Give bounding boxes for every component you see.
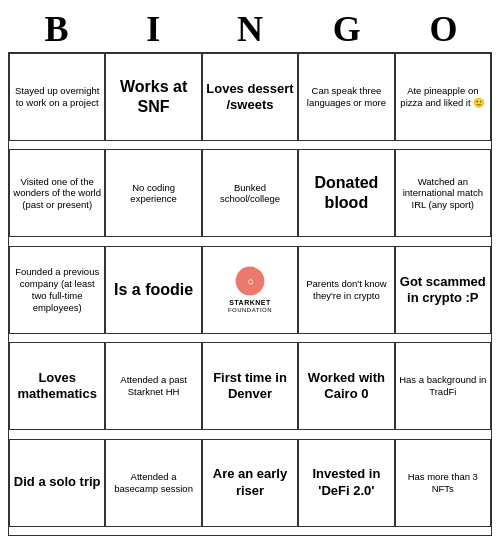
bingo-cell-9[interactable]: Watched an international match IRL (any … — [395, 149, 491, 237]
bingo-cell-8[interactable]: Donated blood — [298, 149, 394, 237]
letter-i: I — [107, 8, 199, 50]
bingo-cell-16[interactable]: Attended a past Starknet HH — [105, 342, 201, 430]
bingo-cell-17[interactable]: First time in Denver — [202, 342, 298, 430]
letter-o: O — [398, 8, 490, 50]
bingo-cell-21[interactable]: Attended a basecamp session — [105, 439, 201, 527]
bingo-cell-13[interactable]: Parents don't know they're in crypto — [298, 246, 394, 334]
bingo-cell-10[interactable]: Founded a previous company (at least two… — [9, 246, 105, 334]
bingo-cell-0[interactable]: Stayed up overnight to work on a project — [9, 53, 105, 141]
bingo-cell-19[interactable]: Has a background in TradFi — [395, 342, 491, 430]
bingo-cell-15[interactable]: Loves mathematics — [9, 342, 105, 430]
bingo-cell-12[interactable]: ⬡ STARKNET FOUNDATION — [202, 246, 298, 334]
bingo-cell-1[interactable]: Works at SNF — [105, 53, 201, 141]
bingo-cell-4[interactable]: Ate pineapple on pizza and liked it 🙂 — [395, 53, 491, 141]
bingo-cell-11[interactable]: Is a foodie — [105, 246, 201, 334]
bingo-cell-24[interactable]: Has more than 3 NFTs — [395, 439, 491, 527]
bingo-cell-6[interactable]: No coding experience — [105, 149, 201, 237]
bingo-grid: Stayed up overnight to work on a project… — [8, 52, 492, 536]
bingo-cell-2[interactable]: Loves dessert /sweets — [202, 53, 298, 141]
bingo-header: B I N G O — [8, 8, 492, 50]
bingo-cell-18[interactable]: Worked with Cairo 0 — [298, 342, 394, 430]
bingo-cell-5[interactable]: Visited one of the wonders of the world … — [9, 149, 105, 237]
letter-n: N — [204, 8, 296, 50]
bingo-cell-23[interactable]: Invested in 'DeFi 2.0' — [298, 439, 394, 527]
bingo-cell-7[interactable]: Bunked school/college — [202, 149, 298, 237]
letter-g: G — [301, 8, 393, 50]
bingo-cell-22[interactable]: Are an early riser — [202, 439, 298, 527]
bingo-cell-3[interactable]: Can speak three languages or more — [298, 53, 394, 141]
bingo-cell-14[interactable]: Got scammed in crypto :P — [395, 246, 491, 334]
letter-b: B — [10, 8, 102, 50]
bingo-cell-20[interactable]: Did a solo trip — [9, 439, 105, 527]
